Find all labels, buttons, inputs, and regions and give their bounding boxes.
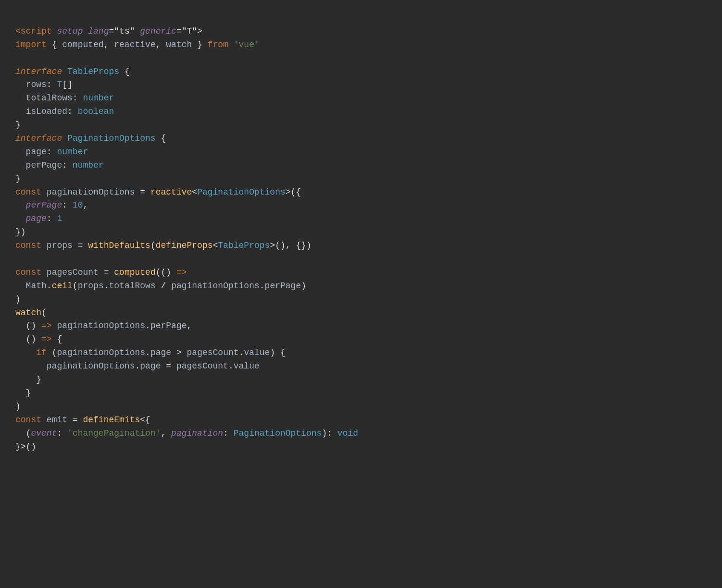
line-14: perPage: 10,	[15, 200, 88, 210]
line-13: const paginationOptions = reactive<Pagin…	[15, 187, 301, 197]
line-12: }	[15, 174, 21, 184]
line-17: const props = withDefaults(defineProps<T…	[15, 241, 311, 250]
code-editor: <script setup lang="ts" generic="T"> imp…	[15, 12, 707, 453]
line-2: import { computed, reactive, watch } fro…	[15, 40, 260, 49]
line-23: () => paginationOptions.perPage,	[15, 321, 192, 331]
line-20: Math.ceil(props.totalRows / paginationOp…	[15, 281, 306, 291]
line-19: const pagesCount = computed(() =>	[15, 268, 187, 277]
line-8: }	[15, 120, 21, 130]
line-10: page: number	[15, 147, 88, 157]
line-28: }	[15, 388, 31, 398]
line-11: perPage: number	[15, 160, 104, 170]
line-6: totalRows: number	[15, 93, 114, 103]
line-15: page: 1	[15, 214, 62, 223]
line-9: interface PaginationOptions {	[15, 134, 166, 143]
line-5: rows: T[]	[15, 80, 73, 89]
line-32: }>()	[15, 442, 36, 452]
line-7: isLoaded: boolean	[15, 107, 114, 116]
line-22: watch(	[15, 308, 47, 318]
line-31: (event: 'changePagination', pagination: …	[15, 429, 358, 438]
line-24: () => {	[15, 334, 62, 344]
line-4: interface TableProps {	[15, 67, 130, 76]
line-26: paginationOptions.page = pagesCount.valu…	[15, 361, 260, 371]
line-21: )	[15, 294, 21, 304]
line-1: <script setup lang="ts" generic="T">	[15, 26, 202, 36]
line-16: })	[15, 227, 26, 237]
line-27: }	[15, 375, 41, 384]
line-25: if (paginationOptions.page > pagesCount.…	[15, 348, 286, 357]
line-30: const emit = defineEmits<{	[15, 415, 150, 425]
line-29: )	[15, 402, 21, 411]
